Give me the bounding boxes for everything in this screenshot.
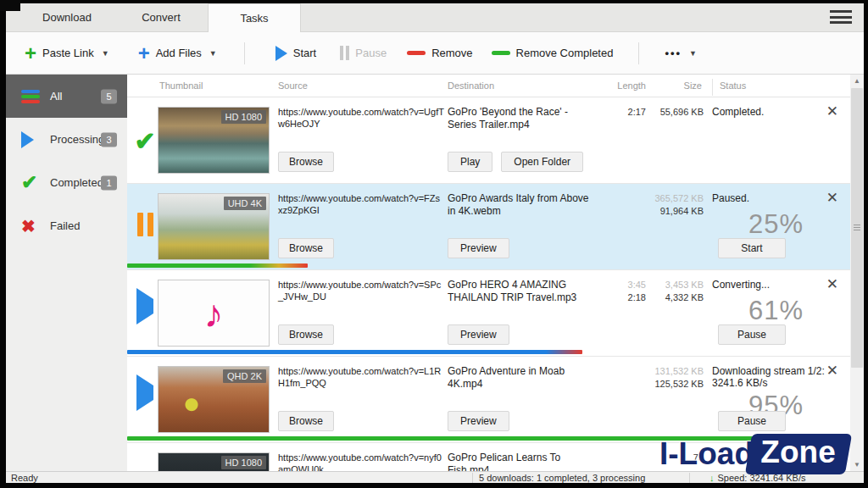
open-folder-button[interactable]: Open Folder — [501, 152, 583, 172]
chevron-down-icon[interactable]: ▼ — [102, 49, 109, 58]
statusbar-separator — [472, 473, 473, 483]
source-url: https://www.youtube.com/watch?v=FZsxz9Zp… — [278, 192, 444, 216]
table-row[interactable]: ✔ HD 1080 https://www.youtube.com/watch?… — [127, 97, 850, 184]
header-status[interactable]: Status — [712, 79, 746, 96]
browse-button[interactable]: Browse — [278, 324, 334, 345]
start-button[interactable]: Start — [269, 41, 323, 66]
table-row[interactable]: QHD 2K https://www.youtube.com/watch?v=L… — [127, 357, 850, 443]
count-badge: 3 — [101, 132, 117, 147]
destination-filename: GoPro Pelican Learns To Fish.mp4 — [448, 452, 593, 471]
header-destination[interactable]: Destination — [448, 80, 494, 91]
scrollbar-grip — [854, 225, 860, 232]
all-tasks-icon — [21, 88, 43, 105]
remove-completed-icon — [492, 51, 510, 55]
table-row[interactable]: UHD 4K https://www.youtube.com/watch?v=F… — [127, 184, 850, 270]
thumbnail-image: UHD 4K — [158, 193, 270, 260]
remove-completed-button[interactable]: Remove Completed — [485, 42, 620, 64]
size-downloaded: 125,532 KB — [647, 378, 704, 391]
length-value: 2:17 — [591, 106, 646, 119]
preview-button[interactable]: Preview — [448, 324, 509, 345]
close-icon[interactable]: ✕ — [826, 362, 838, 380]
progress-percent: 61% — [712, 296, 804, 326]
close-icon[interactable]: ✕ — [826, 103, 838, 120]
pause-row-button[interactable]: Pause — [718, 411, 786, 431]
thumbnail-image: QHD 2K — [158, 366, 270, 433]
header-source[interactable]: Source — [278, 80, 308, 91]
sidebar-item-label: All — [50, 90, 62, 103]
watermark-text-1: I-Load — [659, 436, 754, 472]
scroll-down-icon[interactable]: ▼ — [850, 458, 864, 471]
tab-tasks[interactable]: Tasks — [208, 3, 301, 33]
sidebar-item-label: Completed — [50, 176, 103, 189]
source-url: https://www.youtube.com/watch?v=L1RH1fm_… — [278, 365, 444, 389]
preview-button[interactable]: Preview — [448, 411, 509, 431]
progress-percent: 25% — [712, 209, 804, 240]
browse-button[interactable]: Browse — [278, 411, 334, 431]
remove-completed-label: Remove Completed — [516, 47, 614, 59]
table-header: Thumbnail Source Destination Length Size… — [127, 75, 850, 97]
status-text: Paused. — [712, 192, 839, 204]
start-row-button[interactable]: Start — [718, 238, 786, 258]
sidebar-item-label: Failed — [50, 219, 80, 232]
tab-bar: Download Convert Tasks — [6, 3, 864, 32]
iloadzone-watermark: I-Load Zone — [659, 434, 849, 474]
plus-icon: + — [25, 46, 36, 61]
paste-link-button[interactable]: + Paste Link ▼ — [18, 41, 116, 66]
pause-button[interactable]: Pause — [333, 41, 393, 65]
sidebar-item-completed[interactable]: ✔ Completed 1 — [6, 161, 127, 204]
header-thumbnail[interactable]: Thumbnail — [159, 80, 203, 91]
count-badge: 1 — [101, 175, 117, 190]
close-icon[interactable]: ✕ — [826, 275, 838, 293]
header-size[interactable]: Size — [647, 80, 702, 91]
sidebar-item-failed[interactable]: ✖ Failed — [6, 204, 127, 247]
size-value: 55,696 KB — [647, 106, 704, 119]
size-total: 365,572 KB — [647, 192, 704, 205]
quality-badge: HD 1080 — [221, 456, 266, 469]
browse-button[interactable]: Browse — [278, 238, 334, 258]
play-button[interactable]: Play — [448, 152, 492, 172]
downloads-summary: 5 downloads: 1 completed, 3 processing — [479, 473, 645, 483]
close-icon[interactable]: ✕ — [826, 189, 838, 207]
status-text: Converting... — [712, 279, 839, 291]
chevron-down-icon[interactable]: ▼ — [209, 49, 217, 58]
table-row[interactable]: ♪ https://www.youtube.com/watch?v=SPc_JV… — [127, 270, 850, 357]
size-total: 3,453 KB — [647, 279, 704, 291]
watermark-text-2: Zone — [745, 434, 853, 474]
sidebar-item-all[interactable]: All 5 — [6, 75, 127, 118]
source-url: https://www.youtube.com/watch?v=SPc_JVHw… — [278, 279, 444, 302]
play-icon — [275, 46, 287, 61]
check-icon: ✔ — [21, 171, 43, 194]
destination-filename: GoPro HERO 4 AMAZING THAILAND TRIP Trave… — [448, 279, 593, 304]
remove-button[interactable]: Remove — [400, 42, 479, 64]
count-badge: 5 — [101, 89, 117, 103]
menu-icon[interactable] — [830, 10, 852, 25]
size-total: 131,532 KB — [647, 365, 704, 378]
length-total: 3:45 — [591, 279, 646, 291]
start-label: Start — [293, 47, 316, 59]
source-url: https://www.youtube.com/watch?v=UgfTw6He… — [278, 106, 444, 130]
tab-download[interactable]: Download — [19, 3, 114, 32]
paused-icon — [132, 213, 158, 240]
browse-button[interactable]: Browse — [278, 152, 334, 172]
header-length[interactable]: Length — [591, 80, 646, 91]
processing-play-icon — [132, 385, 158, 401]
pause-row-button[interactable]: Pause — [718, 324, 786, 345]
more-options-button[interactable]: ••• ▼ — [658, 42, 704, 64]
ready-status: Ready — [11, 473, 38, 483]
size-downloaded: 4,332 KB — [647, 291, 704, 304]
destination-filename: GoPro Adventure in Moab 4K.mp4 — [448, 365, 593, 391]
preview-button[interactable]: Preview — [448, 238, 509, 258]
quality-badge: QHD 2K — [223, 369, 266, 383]
scroll-up-icon[interactable]: ▲ — [850, 75, 864, 87]
pause-icon — [340, 46, 349, 60]
chevron-down-icon: ▼ — [689, 49, 697, 58]
size-downloaded: 91,964 KB — [647, 205, 704, 218]
progress-bar — [127, 350, 582, 354]
plus-icon: + — [138, 46, 150, 61]
vertical-scrollbar[interactable]: ▲ ▼ — [850, 75, 864, 471]
sidebar-item-processing[interactable]: Processing 3 — [6, 118, 127, 161]
scrollbar-thumb[interactable] — [851, 88, 863, 368]
tab-convert[interactable]: Convert — [114, 3, 208, 32]
add-files-button[interactable]: + Add Files ▼ — [131, 41, 224, 66]
processing-play-icon — [21, 131, 43, 148]
